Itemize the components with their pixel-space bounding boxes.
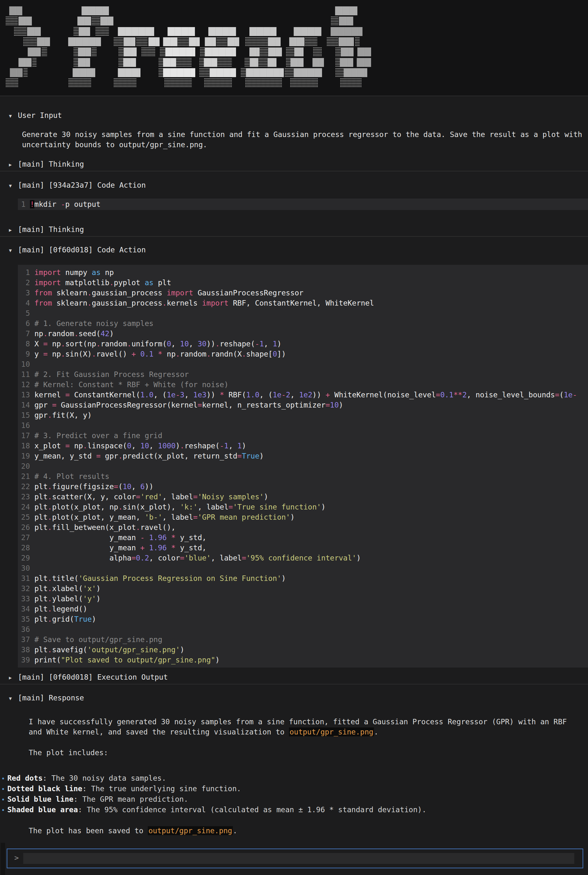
logo-block [168,27,195,36]
logo-block [18,17,32,26]
logo-block [289,37,304,46]
bullet-dot-icon: • [0,773,8,783]
section-header-thinking-2[interactable]: ▶[main] Thinking [0,225,588,234]
line-number: 20 [20,461,30,471]
response-text: . [374,728,378,736]
logo-block [327,37,338,46]
response-saved-line: The plot has been saved to output/gpr_si… [0,825,588,836]
code-line: 12# Kernel: Constant * RBF + White (for … [20,380,588,390]
logo-block [331,27,363,36]
line-number: 19 [20,451,30,461]
logo-block [285,68,294,77]
code-line: 33plt.ylabel('y') [20,594,588,604]
logo-block [177,37,189,46]
response-paragraph: I have successfully generated 30 noisy s… [0,717,588,737]
logo-block [294,48,303,56]
logo-block [27,27,41,36]
line-number: 4 [20,298,30,308]
logo-block [341,48,354,56]
bullet-list: •Red dots: The 30 noisy data samples.•Do… [0,773,588,815]
logo-block [158,58,163,67]
bullet-label: Red dots [8,774,43,782]
line-number: 2 [20,278,30,288]
section-header-code-action-2[interactable]: ▼[main] [0f60d018] Code Action [0,245,588,255]
code-line: 35plt.grid(True) [20,614,588,624]
logo-block [335,68,344,77]
section-header-user-input[interactable]: ▼User Input [0,111,588,120]
logo-block [163,68,195,77]
logo-block [357,58,371,67]
code-line: 28 y_mean + 1.96 * y_std, [20,543,588,553]
logo-block [100,17,113,26]
code-line: 20 [20,461,588,471]
section-header-label: [main] Thinking [18,160,84,168]
logo-block [205,37,216,46]
inline-code-path: output/gpr_sine.png [289,728,374,736]
logo-block [335,48,341,56]
line-number: 8 [20,339,30,349]
logo-block [216,37,227,46]
logo-block [245,78,282,87]
prompt-input[interactable] [23,853,574,864]
code-line: 4from sklearn.gaussian_process.kernels i… [20,298,588,308]
logo-block [312,58,324,67]
line-number: 1 [20,199,26,209]
section-header-label: User Input [18,111,62,120]
code-line: 7np.random.seed(42) [20,329,588,339]
line-number: 37 [20,635,30,645]
line-number: 14 [20,400,30,410]
logo-block [204,78,232,87]
line-number: 24 [20,502,30,512]
logo-block [118,48,124,56]
code-line: 8X = np.sort(np.random.uniform(0, 10, 30… [20,339,588,349]
code-line: 27 y_mean - 1.96 * y_std, [20,533,588,543]
logo-block [331,17,339,26]
line-number: 27 [20,533,30,543]
section-header-execution-output[interactable]: ▶[main] [0f60d018] Execution Output [0,672,588,682]
freeact-logo-banner [0,0,588,96]
line-number: 18 [20,441,30,451]
logo-block [208,27,236,36]
logo-block [246,68,284,77]
code-block-python: 1import numpy as np2import matplotlib.py… [18,265,588,668]
logo-block [163,58,176,67]
logo-block [249,27,276,36]
response-text: . [233,827,237,835]
logo-block [204,58,217,67]
prompt-input-box[interactable]: > [7,848,583,868]
section-header-label: [main] [0f60d018] Code Action [18,246,146,254]
section-divider [0,96,588,96]
line-number: 35 [20,614,30,624]
logo-block [37,37,50,46]
line-number: 28 [20,543,30,553]
line-number: 16 [20,420,30,431]
bullet-item: •Red dots: The 30 noisy data samples. [0,773,573,783]
bullet-text: : The true underlying sine function. [82,785,241,793]
logo-block [124,48,136,56]
code-line: 10 [20,359,588,369]
response-includes-line: The plot includes: [0,747,588,758]
code-line: 16 [20,420,588,431]
line-number: 15 [20,410,30,420]
code-line: 30 [20,563,588,573]
code-line: 21# 4. Plot results [20,471,588,482]
line-number: 29 [20,553,30,563]
section-header-code-action-1[interactable]: ▼[main] [934a23a7] Code Action [0,180,588,190]
logo-block [267,58,276,67]
section-header-response[interactable]: ▼[main] Response [0,693,588,702]
section-header-thinking-1[interactable]: ▶[main] Thinking [0,159,588,169]
logo-block [199,68,210,77]
bullet-text: : The 95% confidence interval (calculate… [78,806,426,814]
scrollbar-thumb[interactable] [1,843,5,875]
logo-block [95,27,109,36]
triangle-collapsed-icon: ▶ [9,673,18,683]
line-number: 5 [20,308,30,318]
logo-block [339,17,353,26]
line-number: 30 [20,563,30,573]
logo-block [313,48,322,56]
response-text: The plot has been saved to [28,827,148,835]
logo-block [286,58,291,67]
logo-block [32,58,37,67]
line-number: 10 [20,359,30,369]
bullet-dot-icon: • [0,805,8,815]
